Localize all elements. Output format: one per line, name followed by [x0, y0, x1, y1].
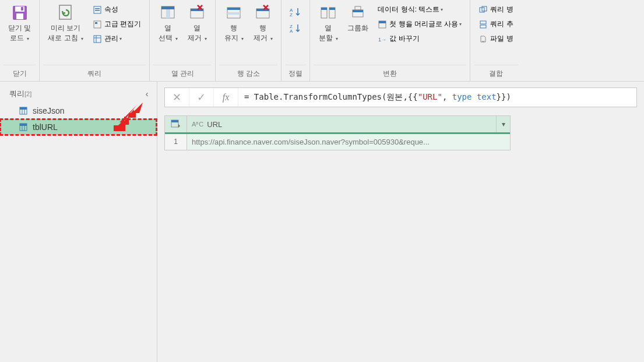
group-label-close: 닫기	[3, 65, 36, 81]
formula-keyword: type text	[452, 92, 497, 101]
group-label-combine: 결합	[474, 65, 518, 81]
chevron-down-icon: ▾	[270, 36, 273, 41]
collapse-sidebar-button[interactable]: ‹	[142, 89, 152, 99]
chevron-down-icon: ▾	[205, 36, 207, 41]
column-header-url[interactable]: AᴮC URL	[187, 116, 496, 132]
sort-asc-icon: AZ	[290, 7, 301, 17]
row-number: 1	[165, 134, 187, 150]
svg-rect-46	[20, 124, 27, 126]
svg-rect-14	[161, 6, 174, 9]
cell-value: https://api.finance.naver.com/siseJson.n…	[187, 134, 510, 150]
ribbon-group-query: 미리 보기새로 고침 ▾ 속성 고급 편집기 관리 ▾ 쿼리	[40, 0, 150, 81]
svg-rect-3	[21, 7, 23, 10]
chevron-down-icon: ▾	[119, 36, 122, 41]
svg-rect-2	[16, 13, 23, 19]
chevron-down-icon: ▾	[81, 36, 83, 41]
query-item-tblurl[interactable]: tblURL	[0, 119, 157, 135]
merge-label: 쿼리 병	[490, 5, 513, 15]
svg-rect-8	[94, 21, 101, 28]
sort-asc-button[interactable]: AZ	[287, 5, 304, 20]
formula-cancel-button[interactable]: ✕	[165, 88, 189, 107]
query-name: siseJson	[33, 106, 64, 115]
queries-sidebar: 쿼리[2] ‹ siseJson tblURL	[0, 82, 157, 362]
table-icon	[19, 122, 28, 132]
text-type-icon: AᴮC	[192, 121, 203, 128]
remove-rows-icon	[254, 3, 272, 22]
formula-mid: ,	[442, 92, 452, 101]
sort-desc-icon: ZA	[290, 23, 301, 34]
first-row-header-button[interactable]: 첫 행을 머리글로 사용 ▾	[375, 18, 464, 30]
group-label-transform: 변환	[314, 65, 466, 81]
replace-label: 값 바꾸기	[389, 34, 419, 44]
fx-icon: fx	[214, 88, 238, 107]
query-name: tblURL	[33, 122, 58, 132]
svg-rect-7	[95, 10, 100, 11]
svg-rect-35	[379, 21, 386, 23]
groupby-icon	[349, 3, 367, 22]
svg-rect-40	[480, 25, 486, 28]
ribbon-group-combine: 쿼리 병 쿼리 추 파일 병 결합	[470, 0, 521, 81]
chevron-down-icon: ▾	[441, 7, 443, 12]
data-table: AᴮC URL ▾ 1 https://api.finance.naver.co…	[164, 115, 511, 150]
keep-rows-button[interactable]: 행유지 ▾	[219, 2, 248, 44]
svg-rect-30	[329, 8, 335, 10]
main-area: 쿼리[2] ‹ siseJson tblURL ✕ ✓ fx = Table.T…	[0, 82, 644, 362]
merge-queries-button[interactable]: 쿼리 병	[476, 3, 515, 16]
ribbon-group-transform: 열분할 ▾ 그룹화 데이터 형식: 텍스트 ▾ 첫 행을 머리글로 사용 ▾ 1…	[310, 0, 470, 81]
append-queries-button[interactable]: 쿼리 추	[476, 18, 515, 30]
table-icon	[93, 34, 102, 44]
replace-values-button[interactable]: 1→2 값 바꾸기	[375, 33, 464, 45]
choose-columns-button[interactable]: 열선택 ▾	[153, 2, 182, 44]
sort-desc-button[interactable]: ZA	[287, 21, 304, 36]
replace-icon: 1→2	[378, 34, 387, 44]
combine-files-button[interactable]: 파일 병	[476, 33, 515, 45]
svg-text:1→2: 1→2	[378, 37, 386, 43]
formula-confirm-button[interactable]: ✓	[189, 88, 214, 107]
keep-rows-icon	[224, 3, 243, 22]
remove-columns-button[interactable]: 열제거 ▾	[182, 2, 212, 44]
ribbon-group-sort: AZ ZA 정렬	[281, 0, 310, 81]
svg-rect-20	[227, 12, 240, 15]
svg-rect-54	[171, 120, 178, 122]
svg-rect-42	[20, 107, 27, 110]
formula-bar: ✕ ✓ fx = Table.TransformColumnTypes(원본,{…	[164, 87, 637, 107]
formula-prefix: = Table.TransformColumnTypes(원본,{{	[244, 92, 418, 101]
query-item-sisejson[interactable]: siseJson	[0, 103, 157, 119]
remove-rows-button[interactable]: 행제거 ▾	[248, 2, 277, 44]
formula-input[interactable]: = Table.TransformColumnTypes(원본,{{"URL",…	[238, 92, 636, 103]
column-name: URL	[207, 120, 222, 129]
remove-rows-label: 행제거 ▾	[254, 23, 273, 43]
choose-columns-label: 열선택 ▾	[159, 23, 178, 43]
files-label: 파일 병	[490, 34, 513, 44]
properties-button[interactable]: 속성	[90, 3, 143, 16]
groupby-label: 그룹화	[347, 23, 368, 33]
table-icon	[19, 106, 28, 115]
append-label: 쿼리 추	[490, 19, 513, 29]
split-column-button[interactable]: 열분할 ▾	[314, 2, 343, 44]
refresh-preview-button[interactable]: 미리 보기새로 고침 ▾	[43, 2, 88, 44]
split-column-label: 열분할 ▾	[319, 23, 338, 43]
header-row-icon	[378, 20, 387, 29]
merge-icon	[478, 5, 488, 15]
chevron-down-icon: ▾	[336, 36, 338, 41]
column-filter-button[interactable]: ▾	[496, 116, 510, 132]
table-row[interactable]: 1 https://api.finance.naver.com/siseJson…	[165, 134, 510, 150]
split-column-icon	[319, 3, 337, 22]
close-and-load-button[interactable]: 닫기 및로드 ▾	[3, 2, 36, 44]
svg-text:A: A	[290, 29, 293, 34]
svg-rect-39	[480, 21, 486, 24]
refresh-icon	[57, 3, 75, 22]
svg-rect-32	[353, 10, 363, 12]
remove-columns-label: 열제거 ▾	[188, 23, 207, 43]
first-row-header-label: 첫 행을 머리글로 사용	[389, 19, 458, 29]
chevron-down-icon: ▾	[27, 36, 29, 41]
advanced-editor-button[interactable]: 고급 편집기	[90, 18, 143, 30]
ribbon-toolbar: 닫기 및로드 ▾ 닫기 미리 보기새로 고침 ▾ 속성 고급 편집기	[0, 0, 644, 82]
data-type-button[interactable]: 데이터 형식: 텍스트 ▾	[375, 3, 464, 16]
groupby-button[interactable]: 그룹화	[343, 2, 373, 34]
group-label-query: 쿼리	[43, 65, 146, 81]
table-corner-button[interactable]	[165, 116, 187, 132]
table-header-row: AᴮC URL ▾	[165, 116, 510, 134]
data-type-label: 데이터 형식: 텍스트	[378, 5, 439, 15]
manage-button[interactable]: 관리 ▾	[90, 33, 143, 45]
